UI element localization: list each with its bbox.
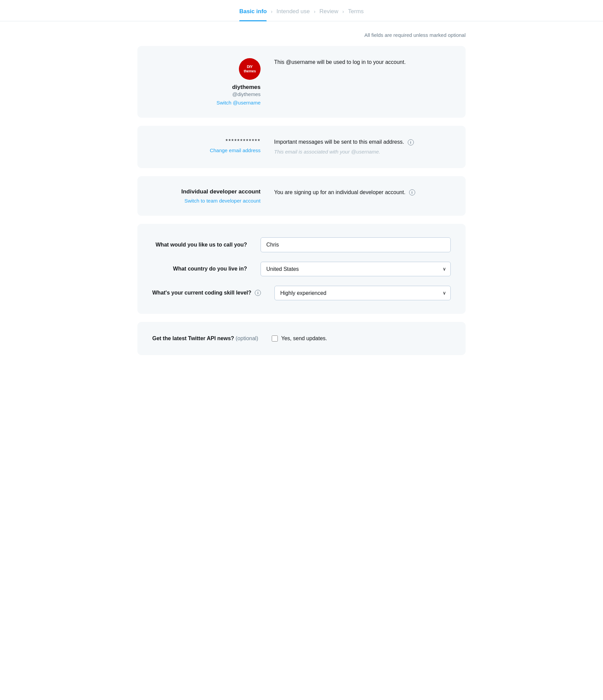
nav-chevron-icon: › bbox=[314, 9, 315, 20]
skill-label: What's your current coding skill level? … bbox=[152, 290, 274, 296]
newsletter-label-text: Get the latest Twitter API news? bbox=[152, 335, 234, 341]
account-type-label: Individual developer account bbox=[181, 188, 261, 195]
username-card: DIYthemes diythemes @diythemes Switch @u… bbox=[137, 46, 466, 118]
switch-account-type-link[interactable]: Switch to team developer account bbox=[184, 198, 261, 204]
newsletter-checkbox-label: Yes, send updates. bbox=[281, 335, 327, 342]
email-card-right: Important messages will be sent to this … bbox=[274, 138, 451, 156]
form-card: What would you like us to call you? What… bbox=[137, 224, 466, 314]
nav-chevron-icon: › bbox=[271, 9, 272, 20]
country-select-wrapper: United States United Kingdom Canada Aust… bbox=[261, 262, 451, 276]
skill-select-wrapper: No experience Beginner Intermediate High… bbox=[274, 286, 451, 300]
nav-step-basic-info[interactable]: Basic info bbox=[239, 8, 267, 21]
change-email-link[interactable]: Change email address bbox=[210, 147, 261, 153]
nav-step-intended-use[interactable]: Intended use bbox=[276, 8, 310, 21]
email-card-left: ************ Change email address bbox=[152, 138, 261, 153]
email-card: ************ Change email address Import… bbox=[137, 126, 466, 168]
required-note: All fields are required unless marked op… bbox=[137, 32, 466, 38]
email-associated-note: This email is associated with your @user… bbox=[274, 148, 451, 156]
skill-row: What's your current coding skill level? … bbox=[152, 286, 451, 300]
account-type-card: Individual developer account Switch to t… bbox=[137, 176, 466, 216]
country-select[interactable]: United States United Kingdom Canada Aust… bbox=[261, 262, 451, 276]
name-row: What would you like us to call you? bbox=[152, 237, 451, 252]
name-input[interactable] bbox=[261, 237, 451, 252]
skill-info-icon[interactable]: i bbox=[255, 290, 261, 296]
country-row: What country do you live in? United Stat… bbox=[152, 262, 451, 276]
username-display: diythemes bbox=[232, 84, 261, 91]
email-description: Important messages will be sent to this … bbox=[274, 138, 451, 146]
username-handle: @diythemes bbox=[232, 91, 261, 97]
username-description: This @username will be used to log in to… bbox=[274, 58, 451, 66]
account-type-description-text: You are signing up for an individual dev… bbox=[274, 189, 405, 195]
email-description-text: Important messages will be sent to this … bbox=[274, 139, 404, 145]
newsletter-card: Get the latest Twitter API news? (option… bbox=[137, 322, 466, 355]
newsletter-checkbox-row: Yes, send updates. bbox=[272, 335, 327, 342]
name-field-wrapper bbox=[261, 237, 451, 252]
username-card-left: DIYthemes diythemes @diythemes Switch @u… bbox=[152, 58, 261, 106]
main-content: All fields are required unless marked op… bbox=[124, 21, 479, 374]
account-type-left: Individual developer account Switch to t… bbox=[152, 188, 261, 204]
account-type-info-icon[interactable]: i bbox=[409, 189, 415, 195]
account-type-description: You are signing up for an individual dev… bbox=[274, 188, 451, 196]
email-info-icon[interactable]: i bbox=[408, 139, 414, 145]
skill-select[interactable]: No experience Beginner Intermediate High… bbox=[274, 286, 451, 300]
avatar-logo: DIYthemes bbox=[244, 65, 256, 73]
nav-step-review[interactable]: Review bbox=[319, 8, 338, 21]
country-label: What country do you live in? bbox=[152, 266, 261, 272]
avatar: DIYthemes bbox=[239, 58, 261, 80]
email-stars: ************ bbox=[226, 138, 261, 145]
name-label: What would you like us to call you? bbox=[152, 242, 261, 248]
newsletter-checkbox[interactable] bbox=[272, 335, 278, 342]
newsletter-label: Get the latest Twitter API news? (option… bbox=[152, 335, 272, 342]
switch-username-link[interactable]: Switch @username bbox=[217, 100, 261, 106]
nav-step-terms[interactable]: Terms bbox=[348, 8, 364, 21]
breadcrumb-nav: Basic info›Intended use›Review›Terms bbox=[0, 0, 603, 21]
newsletter-optional-text: (optional) bbox=[236, 335, 258, 341]
nav-chevron-icon: › bbox=[342, 9, 344, 20]
newsletter-row: Get the latest Twitter API news? (option… bbox=[152, 335, 451, 342]
